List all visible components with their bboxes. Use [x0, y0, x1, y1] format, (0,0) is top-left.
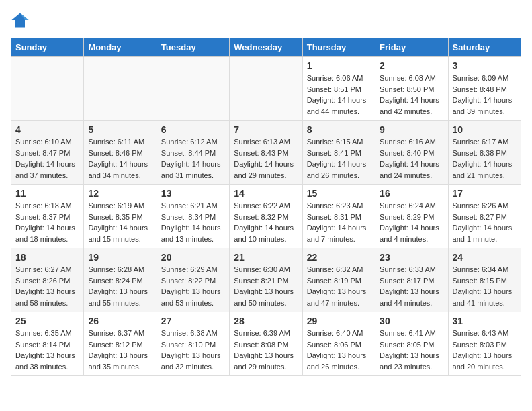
column-header-monday: Monday: [84, 38, 157, 57]
day-info: Sunrise: 6:40 AM Sunset: 8:06 PM Dayligh…: [307, 328, 371, 372]
day-number: 17: [453, 188, 517, 199]
header-row: SundayMondayTuesdayWednesdayThursdayFrid…: [11, 38, 521, 57]
day-info: Sunrise: 6:19 AM Sunset: 8:35 PM Dayligh…: [88, 200, 152, 244]
calendar-cell: 28Sunrise: 6:39 AM Sunset: 8:08 PM Dayli…: [230, 312, 302, 376]
calendar-cell: 23Sunrise: 6:33 AM Sunset: 8:17 PM Dayli…: [375, 248, 448, 312]
day-info: Sunrise: 6:23 AM Sunset: 8:31 PM Dayligh…: [307, 200, 371, 244]
day-number: 14: [234, 188, 298, 199]
day-number: 16: [380, 188, 443, 199]
calendar-cell: 22Sunrise: 6:32 AM Sunset: 8:19 PM Dayli…: [302, 248, 375, 312]
calendar-cell: 8Sunrise: 6:15 AM Sunset: 8:41 PM Daylig…: [302, 121, 375, 185]
day-number: 6: [161, 124, 225, 135]
calendar-cell: 31Sunrise: 6:43 AM Sunset: 8:03 PM Dayli…: [448, 312, 521, 376]
day-info: Sunrise: 6:22 AM Sunset: 8:32 PM Dayligh…: [234, 200, 298, 244]
week-row-2: 4Sunrise: 6:10 AM Sunset: 8:47 PM Daylig…: [11, 121, 521, 185]
day-number: 5: [88, 124, 152, 135]
day-number: 12: [88, 188, 152, 199]
calendar-cell: 18Sunrise: 6:27 AM Sunset: 8:26 PM Dayli…: [11, 248, 84, 312]
day-info: Sunrise: 6:30 AM Sunset: 8:21 PM Dayligh…: [234, 264, 298, 308]
day-info: Sunrise: 6:33 AM Sunset: 8:17 PM Dayligh…: [380, 264, 443, 308]
day-number: 24: [453, 252, 517, 263]
day-info: Sunrise: 6:26 AM Sunset: 8:27 PM Dayligh…: [453, 200, 517, 244]
calendar-cell: 29Sunrise: 6:40 AM Sunset: 8:06 PM Dayli…: [302, 312, 375, 376]
day-info: Sunrise: 6:38 AM Sunset: 8:10 PM Dayligh…: [161, 328, 225, 372]
calendar-cell: [11, 57, 84, 121]
day-info: Sunrise: 6:09 AM Sunset: 8:48 PM Dayligh…: [453, 73, 517, 117]
day-info: Sunrise: 6:24 AM Sunset: 8:29 PM Dayligh…: [380, 200, 443, 244]
column-header-sunday: Sunday: [11, 38, 84, 57]
week-row-4: 18Sunrise: 6:27 AM Sunset: 8:26 PM Dayli…: [11, 248, 521, 312]
week-row-5: 25Sunrise: 6:35 AM Sunset: 8:14 PM Dayli…: [11, 312, 521, 376]
page-header: [11, 11, 521, 30]
day-info: Sunrise: 6:32 AM Sunset: 8:19 PM Dayligh…: [307, 264, 371, 308]
calendar-cell: 16Sunrise: 6:24 AM Sunset: 8:29 PM Dayli…: [375, 185, 448, 248]
calendar-cell: 20Sunrise: 6:29 AM Sunset: 8:22 PM Dayli…: [157, 248, 229, 312]
day-number: 26: [88, 316, 152, 326]
day-info: Sunrise: 6:34 AM Sunset: 8:15 PM Dayligh…: [453, 264, 517, 308]
calendar-cell: 21Sunrise: 6:30 AM Sunset: 8:21 PM Dayli…: [230, 248, 302, 312]
calendar-cell: [230, 57, 302, 121]
calendar-cell: [84, 57, 157, 121]
day-info: Sunrise: 6:10 AM Sunset: 8:47 PM Dayligh…: [15, 136, 79, 181]
day-info: Sunrise: 6:43 AM Sunset: 8:03 PM Dayligh…: [453, 328, 517, 372]
calendar-cell: 10Sunrise: 6:17 AM Sunset: 8:38 PM Dayli…: [448, 121, 521, 185]
day-number: 20: [161, 252, 225, 263]
day-info: Sunrise: 6:35 AM Sunset: 8:14 PM Dayligh…: [15, 328, 79, 372]
calendar-cell: 6Sunrise: 6:12 AM Sunset: 8:44 PM Daylig…: [157, 121, 229, 185]
calendar-table: SundayMondayTuesdayWednesdayThursdayFrid…: [11, 38, 521, 376]
calendar-cell: 11Sunrise: 6:18 AM Sunset: 8:37 PM Dayli…: [11, 185, 84, 248]
day-number: 10: [453, 124, 517, 135]
calendar-cell: 12Sunrise: 6:19 AM Sunset: 8:35 PM Dayli…: [84, 185, 157, 248]
column-header-tuesday: Tuesday: [157, 38, 229, 57]
day-number: 30: [380, 316, 443, 326]
column-header-wednesday: Wednesday: [230, 38, 302, 57]
logo: [11, 11, 32, 30]
calendar-cell: 15Sunrise: 6:23 AM Sunset: 8:31 PM Dayli…: [302, 185, 375, 248]
calendar-cell: [157, 57, 229, 121]
column-header-thursday: Thursday: [302, 38, 375, 57]
day-number: 29: [307, 316, 371, 326]
day-info: Sunrise: 6:13 AM Sunset: 8:43 PM Dayligh…: [234, 136, 298, 181]
day-number: 11: [15, 188, 79, 199]
day-number: 15: [307, 188, 371, 199]
day-number: 25: [15, 316, 79, 326]
day-info: Sunrise: 6:06 AM Sunset: 8:51 PM Dayligh…: [307, 73, 371, 117]
day-number: 7: [234, 124, 298, 135]
column-header-friday: Friday: [375, 38, 448, 57]
week-row-1: 1Sunrise: 6:06 AM Sunset: 8:51 PM Daylig…: [11, 57, 521, 121]
day-info: Sunrise: 6:37 AM Sunset: 8:12 PM Dayligh…: [88, 328, 152, 372]
day-info: Sunrise: 6:27 AM Sunset: 8:26 PM Dayligh…: [15, 264, 79, 308]
day-number: 4: [15, 124, 79, 135]
day-info: Sunrise: 6:39 AM Sunset: 8:08 PM Dayligh…: [234, 328, 298, 372]
calendar-cell: 9Sunrise: 6:16 AM Sunset: 8:40 PM Daylig…: [375, 121, 448, 185]
calendar-cell: 4Sunrise: 6:10 AM Sunset: 8:47 PM Daylig…: [11, 121, 84, 185]
calendar-cell: 14Sunrise: 6:22 AM Sunset: 8:32 PM Dayli…: [230, 185, 302, 248]
logo-icon: [11, 11, 30, 30]
day-info: Sunrise: 6:16 AM Sunset: 8:40 PM Dayligh…: [380, 136, 443, 181]
day-number: 28: [234, 316, 298, 326]
day-info: Sunrise: 6:12 AM Sunset: 8:44 PM Dayligh…: [161, 136, 225, 181]
day-info: Sunrise: 6:11 AM Sunset: 8:46 PM Dayligh…: [88, 136, 152, 181]
day-info: Sunrise: 6:08 AM Sunset: 8:50 PM Dayligh…: [380, 73, 443, 117]
day-number: 9: [380, 124, 443, 135]
day-info: Sunrise: 6:41 AM Sunset: 8:05 PM Dayligh…: [380, 328, 443, 372]
calendar-cell: 3Sunrise: 6:09 AM Sunset: 8:48 PM Daylig…: [448, 57, 521, 121]
day-number: 19: [88, 252, 152, 263]
calendar-cell: 27Sunrise: 6:38 AM Sunset: 8:10 PM Dayli…: [157, 312, 229, 376]
day-number: 21: [234, 252, 298, 263]
day-info: Sunrise: 6:17 AM Sunset: 8:38 PM Dayligh…: [453, 136, 517, 181]
calendar-cell: 17Sunrise: 6:26 AM Sunset: 8:27 PM Dayli…: [448, 185, 521, 248]
day-info: Sunrise: 6:15 AM Sunset: 8:41 PM Dayligh…: [307, 136, 371, 181]
calendar-cell: 19Sunrise: 6:28 AM Sunset: 8:24 PM Dayli…: [84, 248, 157, 312]
day-number: 3: [453, 60, 517, 71]
day-number: 23: [380, 252, 443, 263]
calendar-cell: 30Sunrise: 6:41 AM Sunset: 8:05 PM Dayli…: [375, 312, 448, 376]
column-header-saturday: Saturday: [448, 38, 521, 57]
calendar-cell: 2Sunrise: 6:08 AM Sunset: 8:50 PM Daylig…: [375, 57, 448, 121]
day-number: 18: [15, 252, 79, 263]
day-number: 1: [307, 60, 371, 71]
calendar-cell: 13Sunrise: 6:21 AM Sunset: 8:34 PM Dayli…: [157, 185, 229, 248]
week-row-3: 11Sunrise: 6:18 AM Sunset: 8:37 PM Dayli…: [11, 185, 521, 248]
day-info: Sunrise: 6:29 AM Sunset: 8:22 PM Dayligh…: [161, 264, 225, 308]
day-info: Sunrise: 6:21 AM Sunset: 8:34 PM Dayligh…: [161, 200, 225, 244]
